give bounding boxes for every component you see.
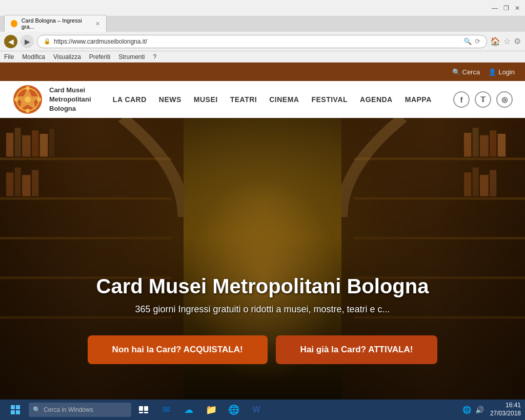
svg-point-6 [14, 97, 18, 102]
taskbar-skype[interactable]: ☁ [178, 401, 199, 419]
taskbar: 🔍 Cerca in Windows ✉ ☁ 📁 🌐 W 🌐 🔊 16:41 2… [0, 399, 525, 420]
svg-point-7 [37, 97, 41, 102]
taskbar-search-icon: 🔍 [33, 406, 41, 413]
forward-button[interactable]: ▶ [21, 35, 34, 48]
url-text: https://www.cardmuseibolongna.it/ [54, 38, 460, 45]
buy-card-button[interactable]: Non hai la Card? ACQUISTALA! [88, 335, 268, 364]
address-search-icon: 🔍 [463, 37, 472, 45]
login-link[interactable]: 👤 Login [488, 68, 515, 76]
tab-bar: Card Bologna – Ingressi gra... ✕ [0, 16, 525, 32]
browser-titlebar: — ❐ ✕ [0, 0, 525, 16]
svg-rect-39 [139, 406, 143, 411]
taskbar-task-view[interactable] [133, 401, 154, 419]
nav-cinema[interactable]: CINEMA [269, 95, 299, 104]
clock-date: 27/03/2018 [490, 410, 521, 418]
hero-subtitle: 365 giorni Ingressi gratuiti o ridotti a… [51, 304, 474, 315]
tray-volume-icon: 🔊 [475, 406, 484, 414]
close-button[interactable]: ✕ [514, 5, 521, 12]
settings-icon[interactable]: ⚙ [514, 36, 521, 46]
cerca-label: Cerca [462, 68, 480, 76]
instagram-icon[interactable]: ◎ [496, 91, 513, 108]
site-header: Card Musei Metropolitani Bologna LA CARD… [0, 81, 525, 118]
taskbar-ie[interactable]: 🌐 [224, 401, 244, 419]
taskbar-search[interactable]: 🔍 Cerca in Windows [29, 403, 131, 417]
twitter-icon[interactable]: 𝕋 [475, 91, 491, 108]
nav-news[interactable]: NEWS [159, 95, 181, 104]
tray-network-icon: 🌐 [462, 406, 471, 414]
login-label: Login [498, 68, 515, 76]
facebook-icon[interactable]: f [453, 91, 470, 108]
nav-musei[interactable]: MUSEI [194, 95, 218, 104]
hero-content: Card Musei Metropolitani Bologna 365 gio… [0, 275, 525, 364]
taskbar-outlook[interactable]: ✉ [156, 401, 176, 419]
svg-point-3 [25, 96, 31, 103]
minimize-button[interactable]: — [491, 5, 498, 12]
nav-mappa[interactable]: MAPPA [405, 95, 432, 104]
clock-time: 16:41 [490, 402, 521, 410]
logo-icon [12, 84, 43, 115]
cerca-icon: 🔍 [452, 68, 460, 76]
menu-modifica[interactable]: Modifica [22, 53, 45, 61]
menu-file[interactable]: File [4, 53, 14, 61]
svg-rect-40 [144, 406, 148, 411]
website-content: 🔍 Cerca 👤 Login Card Musei Metropo [0, 63, 525, 399]
login-icon: 👤 [488, 68, 496, 76]
browser-toolbar: ◀ ▶ 🔒 https://www.cardmuseibolongna.it/ … [0, 32, 525, 51]
browser-tab[interactable]: Card Bologna – Ingressi gra... ✕ [4, 15, 107, 32]
windows-logo-icon [11, 405, 20, 414]
nav-agenda[interactable]: AGENDA [360, 95, 393, 104]
browser-menubar: File Modifica Visualizza Preferiti Strum… [0, 51, 525, 63]
cerca-link[interactable]: 🔍 Cerca [452, 68, 480, 76]
menu-strumenti[interactable]: Strumenti [118, 53, 145, 61]
svg-rect-42 [144, 412, 148, 413]
taskbar-tray: 🌐 🔊 [458, 406, 488, 414]
home-icon[interactable]: 🏠 [490, 36, 500, 46]
menu-visualizza[interactable]: Visualizza [53, 53, 81, 61]
taskbar-explorer[interactable]: 📁 [201, 401, 221, 419]
nav-la-card[interactable]: LA CARD [113, 95, 147, 104]
main-nav: LA CARD NEWS MUSEI TEATRI CINEMA FESTIVA… [102, 95, 443, 104]
logo-text: Card Musei Metropolitani Bologna [49, 86, 91, 114]
menu-help[interactable]: ? [153, 53, 157, 61]
hero-buttons: Non hai la Card? ACQUISTALA! Hai già la … [51, 335, 474, 364]
star-icon[interactable]: ☆ [503, 36, 511, 46]
nav-teatri[interactable]: TEATRI [230, 95, 257, 104]
svg-point-5 [26, 109, 30, 113]
back-button[interactable]: ◀ [4, 35, 17, 48]
top-bar: 🔍 Cerca 👤 Login [0, 63, 525, 81]
tab-favicon [11, 20, 17, 27]
start-button[interactable] [4, 401, 27, 419]
maximize-button[interactable]: ❐ [502, 5, 510, 12]
svg-rect-41 [139, 412, 143, 413]
taskbar-word[interactable]: W [246, 401, 267, 419]
activate-card-button[interactable]: Hai già la Card? ATTIVALA! [276, 335, 438, 364]
nav-festival[interactable]: FESTIVAL [311, 95, 348, 104]
tab-close-button[interactable]: ✕ [95, 21, 100, 27]
social-icons: f 𝕋 ◎ [453, 91, 513, 108]
refresh-icon: ⟳ [475, 37, 480, 45]
logo-area: Card Musei Metropolitani Bologna [12, 84, 91, 115]
menu-preferiti[interactable]: Preferiti [89, 53, 110, 61]
hero-title: Card Musei Metropolitani Bologna [51, 275, 474, 298]
security-icon: 🔒 [44, 38, 51, 45]
svg-point-4 [26, 86, 30, 90]
taskbar-search-text: Cerca in Windows [44, 406, 93, 413]
address-bar[interactable]: 🔒 https://www.cardmuseibolongna.it/ 🔍 ⟳ [37, 35, 487, 48]
hero-section: Card Musei Metropolitani Bologna 365 gio… [0, 118, 525, 399]
system-clock: 16:41 27/03/2018 [490, 402, 521, 417]
tab-title: Card Bologna – Ingressi gra... [22, 17, 89, 30]
